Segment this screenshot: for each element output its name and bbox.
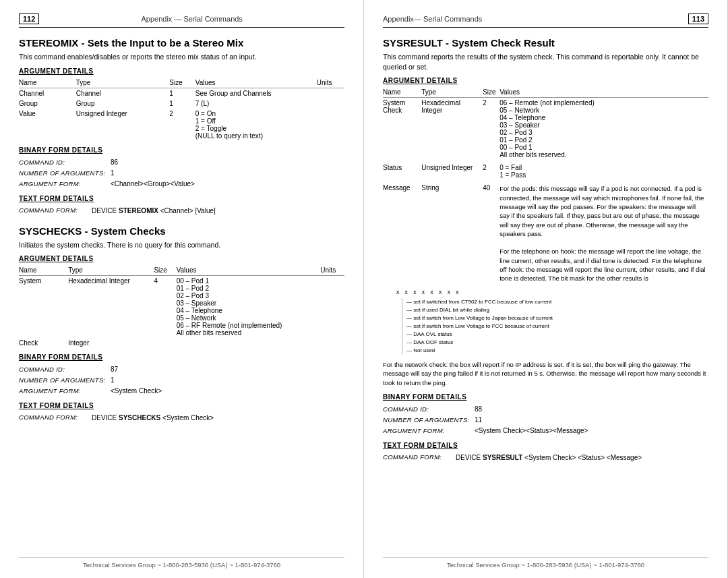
col-size: Size <box>154 266 176 276</box>
page-112-header: 112 Appendix — Serial Commands <box>19 13 344 28</box>
cell: 00 – Pod 1 01 – Pod 2 02 – Pod 3 03 – Sp… <box>177 276 321 339</box>
cmd-id-value: 86 <box>111 157 118 168</box>
sysresult-arg-label: ARGUMENT DETAILS <box>383 77 708 84</box>
cell: 1 <box>169 98 195 109</box>
syschecks-desc: Initiates the system checks. There is no… <box>19 240 344 250</box>
cell: 2 <box>169 109 195 141</box>
cell: 4 <box>154 276 176 339</box>
cell: Value <box>19 109 76 141</box>
col-type: Type <box>68 266 154 276</box>
col-size: Size <box>483 88 499 98</box>
col-name: Name <box>19 266 68 276</box>
bit-line: — DAA OVL status <box>406 330 708 339</box>
bit-diagram: x x x x x x x x — set if switched from C… <box>396 289 708 355</box>
cell: 0 = Fail 1 = Pass <box>499 160 708 180</box>
bit-line: — Not used <box>406 347 708 355</box>
col-units: Units <box>320 266 344 276</box>
cmd-form-value: DEVICE SYSRESULT <System Check> <Status>… <box>456 453 642 463</box>
cell: Unsigned Integer <box>76 109 170 141</box>
sysresult-binary-label: BINARY FORM DETAILS <box>383 393 708 401</box>
page-113-header: Appendix— Serial Commands 113 <box>383 13 708 28</box>
num-args-value: 1 <box>111 168 115 179</box>
stereomix-text-form-label: TEXT FORM DETAILS <box>19 195 344 202</box>
cmd-form-label: COMMAND FORM: <box>19 206 86 216</box>
stereomix-binary: BINARY FORM DETAILS COMMAND ID: 86 NUMBE… <box>19 146 344 190</box>
cmd-id-value: 88 <box>475 404 482 415</box>
table-row: Status Unsigned Integer 2 0 = Fail 1 = P… <box>383 160 708 180</box>
table-row: Channel Channel 1 See Group and Channels <box>19 88 344 98</box>
binary-row: COMMAND ID: 86 <box>19 157 344 168</box>
col-name: Name <box>383 88 421 98</box>
cmd-form-value: DEVICE STEREOMIX <Channel> [Value] <box>92 206 216 216</box>
num-args-label: NUMBER OF ARGUMENTS: <box>19 375 107 386</box>
page-number-112: 112 <box>19 13 39 24</box>
num-args-value: 11 <box>475 415 482 426</box>
syschecks-binary-label: BINARY FORM DETAILS <box>19 353 344 361</box>
syschecks-arg-label: ARGUMENT DETAILS <box>19 255 344 262</box>
cmd-id-value: 87 <box>111 364 118 375</box>
binary-row: ARGUMENT FORM: <System Check> <box>19 386 344 397</box>
cell <box>320 276 344 339</box>
bit-pattern: x x x x x x x x <box>396 289 708 297</box>
cell: Status <box>383 160 421 180</box>
stereomix-desc: This command enables/disables or reports… <box>19 52 344 62</box>
header-left-113: Appendix— Serial Commands <box>383 15 482 23</box>
sysresult-text-form-label: TEXT FORM DETAILS <box>383 442 708 449</box>
arg-form-value: <System Check><Status><Message> <box>475 426 588 436</box>
cell: See Group and Channels <box>195 88 317 98</box>
syschecks-arg-table: Name Type Size Values Units System Hexad… <box>19 266 344 348</box>
cell: Integer <box>68 338 154 348</box>
binary-row: ARGUMENT FORM: <Channel><Group><Value> <box>19 179 344 190</box>
syschecks-section: SYSCHECKS - System Checks Initiates the … <box>19 225 344 424</box>
col-units: Units <box>317 78 344 88</box>
stereomix-binary-label: BINARY FORM DETAILS <box>19 146 344 154</box>
binary-row: COMMAND ID: 88 <box>383 404 708 415</box>
stereomix-arg-table: Name Type Size Values Units Channel Chan… <box>19 78 344 141</box>
cell: Hexadecimal Integer <box>68 276 154 339</box>
syschecks-text-form: TEXT FORM DETAILS COMMAND FORM: DEVICE S… <box>19 402 344 423</box>
col-values: Values <box>195 78 317 88</box>
cell <box>317 98 344 109</box>
cell: Hexadecimal Integer <box>421 98 483 161</box>
cell: Message <box>383 180 421 284</box>
table-row: System Check Hexadecimal Integer 2 06 – … <box>383 98 708 161</box>
binary-row: ARGUMENT FORM: <System Check><Status><Me… <box>383 426 708 436</box>
stereomix-arg-label: ARGUMENT DETAILS <box>19 67 344 75</box>
page-number-113: 113 <box>688 13 708 24</box>
col-name: Name <box>19 78 76 88</box>
cmd-form-row: COMMAND FORM: DEVICE STEREOMIX <Channel>… <box>19 206 344 216</box>
cell: Group <box>19 98 76 109</box>
binary-row: NUMBER OF ARGUMENTS: 1 <box>19 375 344 386</box>
num-args-label: NUMBER OF ARGUMENTS: <box>19 168 107 179</box>
table-row: Group Group 1 7 (L) <box>19 98 344 109</box>
cell: 06 – Remote (not implemented) 05 – Netwo… <box>499 98 708 161</box>
sysresult-arg-table: Name Type Size Values System Check Hexad… <box>383 88 708 284</box>
page-footer-112: Technical Services Group ~ 1-800-283-593… <box>19 557 344 569</box>
cell: Group <box>76 98 170 109</box>
header-center-112: Appendix — Serial Commands <box>141 15 242 23</box>
sysresult-section: SYSRESULT - System Check Result This com… <box>383 37 708 463</box>
stereomix-text-form: TEXT FORM DETAILS COMMAND FORM: DEVICE S… <box>19 195 344 216</box>
arg-form-label: ARGUMENT FORM: <box>19 386 107 397</box>
sysresult-title: SYSRESULT - System Check Result <box>383 37 708 49</box>
cmd-form-label: COMMAND FORM: <box>383 453 450 463</box>
cmd-form-label: COMMAND FORM: <box>19 413 86 423</box>
cmd-form-row: COMMAND FORM: DEVICE SYSCHECKS <System C… <box>19 413 344 423</box>
bit-lines-container: — set if switched from CT902 to FCC beca… <box>402 298 708 355</box>
col-values: Values <box>177 266 321 276</box>
cell <box>177 338 321 348</box>
cell: Unsigned Integer <box>421 160 483 180</box>
bit-line: — set if used DIAL bit while dialing <box>406 306 708 314</box>
cell: Channel <box>76 88 170 98</box>
cell <box>317 88 344 98</box>
cell <box>317 109 344 141</box>
arg-form-label: ARGUMENT FORM: <box>19 179 107 190</box>
cmd-id-label: COMMAND ID: <box>19 364 107 375</box>
binary-row: NUMBER OF ARGUMENTS: 1 <box>19 168 344 179</box>
bit-line: — DAA OOF status <box>406 339 708 347</box>
col-type: Type <box>421 88 483 98</box>
sysresult-binary: BINARY FORM DETAILS COMMAND ID: 88 NUMBE… <box>383 393 708 436</box>
col-size: Size <box>169 78 195 88</box>
table-row: System Hexadecimal Integer 4 00 – Pod 1 … <box>19 276 344 339</box>
sysresult-text-form: TEXT FORM DETAILS COMMAND FORM: DEVICE S… <box>383 442 708 463</box>
